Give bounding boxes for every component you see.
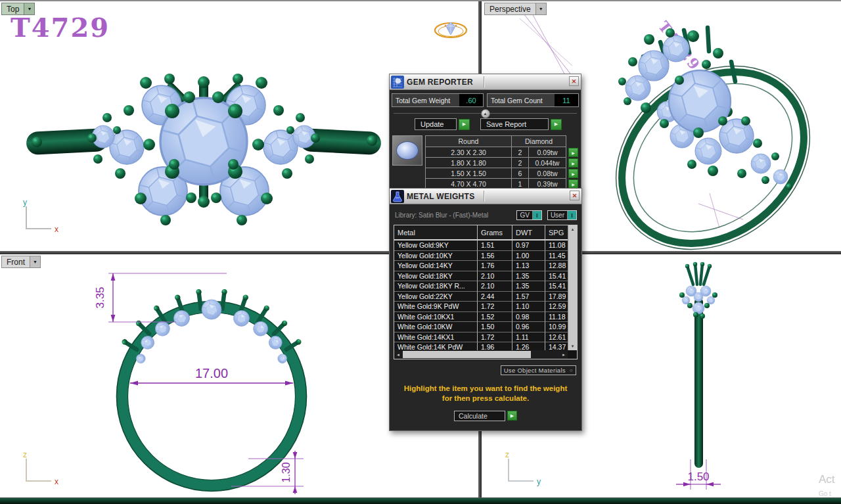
play-icon: ▶ <box>555 122 558 127</box>
scroll-right-icon[interactable]: ► <box>560 350 568 359</box>
metal-col-header[interactable]: Grams <box>478 225 512 239</box>
scroll-left-icon[interactable]: ◄ <box>394 350 402 359</box>
metal-row[interactable]: Yellow Gold:18KY2.101.3515.41 <box>394 271 568 282</box>
gem-count-cell: 6 <box>512 168 529 179</box>
update-button[interactable]: Update <box>415 118 457 130</box>
gem-thumbnail[interactable] <box>392 135 422 166</box>
bottom-edge-bar <box>0 497 841 504</box>
metal-row[interactable]: White Gold:10KX11.520.9811.18 <box>394 312 568 323</box>
metal-cell: White Gold:10KX1 <box>394 312 478 323</box>
metal-cell: 2.10 <box>478 271 512 282</box>
gem-table: Round Diamond 2.30 X 2.3020.09tw▶1.80 X … <box>425 135 578 189</box>
gem-reporter-title: GEM REPORTER <box>407 78 473 87</box>
gem-reporter-titlebar[interactable]: GEM REPORTER ✕ <box>390 74 581 90</box>
metal-cell: 1.11 <box>512 332 545 343</box>
gem-row: 2.30 X 2.3020.09tw▶ <box>425 147 578 158</box>
metal-cell: Yellow Gold:22KY <box>394 292 478 302</box>
metal-row[interactable]: Yellow Gold:18KY R...2.101.3515.41 <box>394 281 568 292</box>
tab-perspective-viewport[interactable]: Perspective ▼ <box>484 3 547 15</box>
user-indicator: I <box>567 211 576 219</box>
gem-reporter-close-button[interactable]: ✕ <box>569 76 579 86</box>
metal-row[interactable]: Yellow Gold:9KY1.510.9711.08 <box>394 241 568 251</box>
scroll-up-icon[interactable]: ▲ <box>568 225 577 233</box>
svg-text:1.30: 1.30 <box>281 462 292 482</box>
gem-row-run-button[interactable]: ▶ <box>568 179 578 189</box>
dim-inner-diameter: 17.00 <box>130 366 293 386</box>
tab-top-viewport[interactable]: Top ▼ <box>1 3 35 15</box>
metal-cell: Yellow Gold:9KY <box>394 241 478 251</box>
metal-row[interactable]: Yellow Gold:22KY2.441.5717.89 <box>394 292 568 302</box>
metal-col-header[interactable]: Metal <box>394 225 478 239</box>
metal-cell: 1.26 <box>512 342 545 350</box>
total-gem-weight-value: .60 <box>459 94 483 106</box>
gv-button[interactable]: GV I <box>516 210 541 220</box>
metal-cell: 15.41 <box>545 271 568 282</box>
metal-cell: 10.99 <box>545 322 568 332</box>
flask-icon <box>391 190 404 203</box>
gem-row-run-button[interactable]: ▶ <box>568 148 578 157</box>
gem-count-cell: 2 <box>512 147 529 158</box>
metal-cell: Yellow Gold:10KY <box>394 251 478 262</box>
tab-top-label: Top <box>2 3 24 14</box>
close-icon: ✕ <box>572 78 577 85</box>
save-report-run-button[interactable]: ▶ <box>551 119 562 130</box>
metal-weights-titlebar[interactable]: METAL WEIGHTS ✕ <box>390 189 581 204</box>
metal-weights-title: METAL WEIGHTS <box>407 192 474 201</box>
metal-row[interactable]: White Gold:10KW1.500.9610.99 <box>394 322 568 332</box>
gem-size-cell: 1.80 X 1.80 <box>425 158 512 168</box>
metal-cell: 0.96 <box>512 322 545 332</box>
metal-cell: 1.13 <box>512 261 545 271</box>
metal-cell: White Gold:9K PdW <box>394 302 478 312</box>
metal-cell: 1.72 <box>478 302 512 312</box>
metal-cell: 1.00 <box>512 251 545 262</box>
user-button[interactable]: User I <box>547 210 577 220</box>
gem-table-header-shape: Round <box>425 135 512 147</box>
metal-cell: White Gold:10KW <box>394 322 478 332</box>
tab-front-viewport[interactable]: Front ▼ <box>1 256 41 268</box>
axis-indicator-front: z x <box>16 451 68 490</box>
metal-row[interactable]: White Gold:9K PdW1.721.1012.59 <box>394 302 568 312</box>
total-gem-count-box: Total Gem Count 11 <box>487 93 579 107</box>
metal-cell: 1.57 <box>512 292 545 302</box>
gem-reporter-icon <box>391 76 404 89</box>
metal-cell: 11.45 <box>545 251 568 262</box>
axis-indicator-top: y x <box>16 198 68 238</box>
chevron-down-icon[interactable]: ▼ <box>24 3 34 14</box>
metal-cell: 1.96 <box>478 342 512 350</box>
scroll-down-icon[interactable]: ▼ <box>568 342 577 350</box>
metal-cell: 1.50 <box>478 322 512 332</box>
metal-row[interactable]: Yellow Gold:10KY1.561.0011.45 <box>394 251 568 262</box>
metal-row[interactable]: White Gold:14KX11.721.1112.61 <box>394 332 568 343</box>
metal-cell: 1.72 <box>478 332 512 343</box>
gem-weight-cell: 0.044tw <box>529 158 566 168</box>
play-icon: ▶ <box>463 122 466 127</box>
gem-row: 1.80 X 1.8020.044tw▶ <box>425 158 578 168</box>
svg-text:y: y <box>537 477 541 486</box>
metal-row[interactable]: Yellow Gold:14KY1.761.1312.88 <box>394 261 568 271</box>
collapse-handle[interactable]: ▲ <box>481 109 490 118</box>
metal-cell: 1.35 <box>512 271 545 282</box>
metal-weights-close-button[interactable]: ✕ <box>570 191 580 200</box>
use-object-materials-button[interactable]: Use Object Materials ○ <box>501 365 576 375</box>
metal-table-horizontal-scrollbar[interactable]: ◄ ► <box>394 350 568 359</box>
metal-table-vertical-scrollbar[interactable]: ▲ ▼ <box>568 225 577 350</box>
calculate-run-button[interactable]: ▶ <box>507 411 517 421</box>
gem-row-run-button[interactable]: ▶ <box>568 169 578 178</box>
metal-col-header[interactable]: DWT <box>512 225 545 239</box>
metal-weights-panel: METAL WEIGHTS ✕ Library: Satin Blur - (F… <box>389 188 582 431</box>
svg-text:x: x <box>55 477 58 486</box>
metal-cell: White Gold:14KX1 <box>394 332 478 343</box>
calculate-button[interactable]: Calculate <box>454 411 505 421</box>
metal-col-header[interactable]: SPG <box>545 225 568 239</box>
metal-row[interactable]: White Gold:14K PdW1.961.2614.37 <box>394 342 568 350</box>
save-report-button[interactable]: Save Report <box>480 118 549 130</box>
chevron-down-icon[interactable]: ▼ <box>535 3 546 14</box>
scrollbar-thumb[interactable] <box>403 351 531 358</box>
update-run-button[interactable]: ▶ <box>459 119 470 130</box>
gem-row-run-button[interactable]: ▶ <box>568 158 578 168</box>
gem-size-cell: 2.30 X 2.30 <box>425 147 512 158</box>
gem-image <box>396 141 419 160</box>
chevron-down-icon[interactable]: ▼ <box>30 256 40 267</box>
library-label: Library: Satin Blur - (Fast)-Metal <box>395 212 511 219</box>
metal-cell: 1.51 <box>478 241 512 251</box>
